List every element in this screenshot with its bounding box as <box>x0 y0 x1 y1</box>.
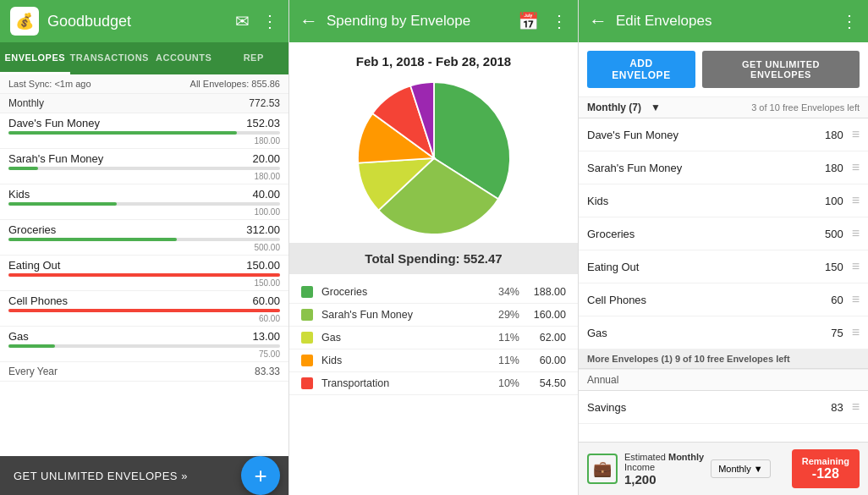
edit-envelope-row[interactable]: Eating Out 150 ≡ <box>579 250 868 283</box>
envelope-item[interactable]: Gas 13.00 75.00 <box>0 327 288 362</box>
back-arrow-icon[interactable]: ← <box>299 10 318 32</box>
envelope-bar-track <box>8 131 280 135</box>
envelope-bar-track <box>8 238 280 241</box>
monthly-label: Monthly <box>8 97 44 109</box>
envelope-item[interactable]: Eating Out 150.00 150.00 <box>0 256 288 291</box>
monthly-group-header: Monthly (7) ▼ 3 of 10 free Envelopes lef… <box>579 96 868 118</box>
remaining-badge: Remaining -128 <box>792 449 860 488</box>
income-labels: Estimated Monthly Income 1,200 <box>624 452 704 487</box>
legend-item-name: Gas <box>321 332 486 344</box>
envelope-name: Cell Phones <box>8 294 68 307</box>
edit-env-amount: 75 <box>814 327 843 339</box>
more-icon[interactable]: ⋮ <box>261 11 278 31</box>
envelope-amount: 20.00 <box>252 152 280 165</box>
envelope-amount: 13.00 <box>252 330 280 343</box>
mail-icon[interactable]: ✉ <box>235 11 250 31</box>
edit-envelope-row[interactable]: Cell Phones 60 ≡ <box>579 283 868 316</box>
app-title: Goodbudget <box>47 13 227 30</box>
panel3-footer: 💼 Estimated Monthly Income 1,200 Monthly… <box>579 442 868 495</box>
envelopes-list: Monthly 772.53 Dave's Fun Money 152.03 1… <box>0 94 288 456</box>
annual-label: Annual <box>587 374 618 386</box>
panel-envelopes: 💰 Goodbudget ✉ ⋮ ENVELOPES TRANSACTIONS … <box>0 0 289 495</box>
drag-icon[interactable]: ≡ <box>852 325 860 340</box>
envelope-bar-fill <box>8 238 177 241</box>
envelope-bar-track <box>8 273 280 277</box>
edit-envelope-row[interactable]: Kids 100 ≡ <box>579 184 868 217</box>
tab-envelopes[interactable]: ENVELOPES <box>0 42 70 74</box>
edit-env-name: Groceries <box>587 228 814 240</box>
more-icon[interactable]: ⋮ <box>841 11 858 31</box>
legend-color <box>301 286 313 298</box>
legend-row[interactable]: Sarah's Fun Money 29% 160.00 <box>289 304 578 327</box>
more-icon[interactable]: ⋮ <box>551 11 568 31</box>
drag-icon[interactable]: ≡ <box>852 160 860 175</box>
date-range: Feb 1, 2018 - Feb 28, 2018 <box>289 42 578 74</box>
panel3-content: ADD ENVELOPE GET UNLIMITED ENVELOPES Mon… <box>579 42 868 442</box>
envelope-name: Groceries <box>8 223 56 236</box>
envelope-item[interactable]: Groceries 312.00 500.00 <box>0 220 288 256</box>
legend-item-value: 160.00 <box>519 309 566 321</box>
tab-accounts[interactable]: ACCOUNTS <box>149 42 219 74</box>
edit-envelope-row[interactable]: Groceries 500 ≡ <box>579 217 868 250</box>
unlimited-btn-text[interactable]: GET UNLIMITED ENVELOPES » <box>14 470 188 482</box>
drag-icon[interactable]: ≡ <box>852 127 860 142</box>
edit-envelope-row[interactable]: Sarah's Fun Money 180 ≡ <box>579 151 868 184</box>
edit-env-amount: 150 <box>814 261 843 273</box>
drag-icon[interactable]: ≡ <box>852 226 860 241</box>
legend-item-name: Kids <box>321 355 486 366</box>
edit-envelope-row[interactable]: Gas 75 ≡ <box>579 316 868 349</box>
legend-color <box>301 355 313 366</box>
edit-envelope-row[interactable]: Dave's Fun Money 180 ≡ <box>579 118 868 151</box>
monthly-label: Monthly <box>668 452 704 462</box>
envelope-limit: 500.00 <box>8 243 280 255</box>
panel1-header: 💰 Goodbudget ✉ ⋮ <box>0 0 288 42</box>
envelope-item[interactable]: Sarah's Fun Money 20.00 180.00 <box>0 149 288 184</box>
envelope-limit: 180.00 <box>8 136 280 148</box>
legend-row[interactable]: Kids 11% 60.00 <box>289 349 578 372</box>
income-amount: 1,200 <box>624 472 704 487</box>
envelope-bar-track <box>8 344 280 348</box>
get-unlimited-button[interactable]: GET UNLIMITED ENVELOPES <box>702 51 860 88</box>
more-group-header: More Envelopes (1) 9 of 10 free Envelope… <box>579 349 868 369</box>
panel1-tabs: ENVELOPES TRANSACTIONS ACCOUNTS REP <box>0 42 288 74</box>
estimated-monthly-label: Estimated Monthly <box>624 452 704 462</box>
legend-row[interactable]: Transportation 10% 54.50 <box>289 372 578 395</box>
legend-item-pct: 34% <box>486 286 519 298</box>
annual-group-header: Annual <box>579 369 868 391</box>
edit-env-name: Gas <box>587 327 814 339</box>
envelope-limit: 180.00 <box>8 172 280 184</box>
calendar-icon[interactable]: 📅 <box>518 11 539 31</box>
edit-env-amount: 180 <box>814 129 843 141</box>
envelope-name: Dave's Fun Money <box>8 117 100 129</box>
envelope-bar-track <box>8 202 280 206</box>
monthly-group-free: 3 of 10 free Envelopes left <box>751 102 860 113</box>
add-envelope-button[interactable]: ADD ENVELOPE <box>587 51 695 88</box>
drag-icon[interactable]: ≡ <box>852 399 860 415</box>
fab-add[interactable]: + <box>241 456 280 495</box>
envelope-item[interactable]: Cell Phones 60.00 60.00 <box>0 291 288 327</box>
edit-env-name: Dave's Fun Money <box>587 129 814 141</box>
panel2-title: Spending by Envelope <box>327 13 509 30</box>
edit-monthly-list: Dave's Fun Money 180 ≡ Sarah's Fun Money… <box>579 118 868 349</box>
drag-icon[interactable]: ≡ <box>852 259 860 274</box>
legend-item-pct: 11% <box>486 355 519 366</box>
more-group-label: More Envelopes (1) 9 of 10 free Envelope… <box>587 354 790 364</box>
edit-envelope-row[interactable]: Savings 83 ≡ <box>579 391 868 424</box>
tab-transactions[interactable]: TRANSACTIONS <box>70 42 149 74</box>
legend-row[interactable]: Groceries 34% 188.00 <box>289 281 578 304</box>
envelope-item[interactable]: Dave's Fun Money 152.03 180.00 <box>0 113 288 149</box>
action-buttons: ADD ENVELOPE GET UNLIMITED ENVELOPES <box>579 42 868 96</box>
envelope-item[interactable]: Kids 40.00 100.00 <box>0 184 288 220</box>
tab-reports[interactable]: REP <box>218 42 288 74</box>
legend-color <box>301 309 313 321</box>
legend-item-name: Sarah's Fun Money <box>321 309 486 321</box>
drag-icon[interactable]: ≡ <box>852 292 860 307</box>
envelope-name: Eating Out <box>8 259 60 272</box>
envelope-amount: 312.00 <box>246 223 280 236</box>
back-arrow-icon[interactable]: ← <box>589 10 607 32</box>
monthly-dropdown-btn[interactable]: Monthly ▼ <box>711 459 770 478</box>
legend-row[interactable]: Gas 11% 62.00 <box>289 327 578 349</box>
legend-item-name: Groceries <box>321 286 486 298</box>
legend-item-value: 54.50 <box>519 377 566 389</box>
drag-icon[interactable]: ≡ <box>852 193 860 208</box>
